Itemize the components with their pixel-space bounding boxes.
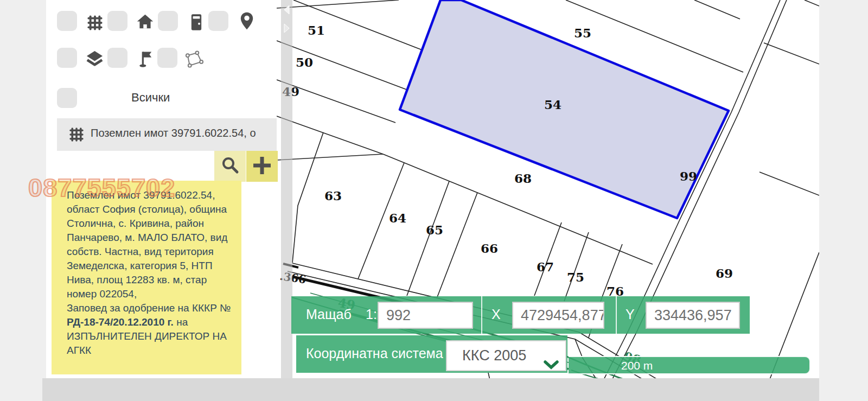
parcel-label: 67 [537, 259, 554, 274]
cadastre-app: 515049555468636465666775766999.3664998 М… [0, 0, 868, 401]
checkbox-entrances[interactable] [158, 11, 178, 31]
crs-select[interactable]: ККС 2005 [446, 340, 566, 371]
y-label: Y [626, 307, 635, 322]
search-button[interactable] [214, 151, 246, 182]
parcel-label: 63 [324, 188, 342, 203]
collapse-left-icon[interactable] [282, 4, 291, 15]
plus-icon [251, 155, 273, 176]
bottom-bar [42, 378, 819, 401]
checkbox-layers[interactable] [57, 48, 77, 68]
home-icon [136, 12, 154, 30]
magnifier-icon [220, 155, 240, 176]
layers-icon [85, 49, 104, 68]
parcel-label: 54 [544, 97, 561, 112]
y-coordinate-input[interactable] [646, 302, 740, 329]
expand-right-icon[interactable] [282, 23, 291, 34]
search-result-item[interactable]: Поземлен имот 39791.6022.54, о [57, 118, 277, 151]
checkbox-all[interactable] [57, 88, 77, 108]
door-icon [190, 14, 202, 31]
checkbox-points[interactable] [107, 48, 127, 68]
parcel-label: 66 [481, 241, 498, 256]
grid-icon [87, 14, 103, 31]
checkbox-buildings[interactable] [107, 11, 127, 31]
watermark-phone: 0877555702 [28, 173, 175, 202]
parcel-label: 99 [680, 169, 697, 183]
all-checkbox-label: Всички [131, 91, 170, 105]
parcel-label: 50 [296, 55, 313, 69]
chevron-down-icon [544, 360, 559, 370]
checkbox-zones[interactable] [157, 48, 177, 68]
parcel-label: 51 [308, 23, 325, 37]
parcel-order: Заповед за одобрение на КККР № РД-18-74/… [67, 301, 232, 358]
divider [481, 296, 482, 334]
divider [616, 296, 617, 334]
result-label: Поземлен имот 39791.6022.54, о [91, 127, 256, 139]
checkbox-addresses[interactable] [208, 11, 228, 31]
polygon-icon [184, 50, 205, 69]
parcel-label: 64 [389, 211, 406, 225]
x-label: X [492, 307, 501, 322]
parcel-label: 75 [567, 270, 584, 284]
order-number: РД-18-74/20.12.2010 г. [67, 316, 174, 328]
selected-parcel-54[interactable] [400, 0, 729, 218]
x-coordinate-input[interactable] [512, 302, 604, 329]
checkbox-parcels[interactable] [57, 11, 77, 31]
parcel-label: 68 [514, 171, 532, 186]
scale-ratio-prefix: 1: [366, 307, 377, 322]
parcel-description: Поземлен имот 39791.6022.54, област Софи… [67, 188, 232, 301]
grid-icon [69, 126, 84, 143]
flag-icon [138, 49, 153, 68]
add-button[interactable] [246, 151, 278, 182]
scalebar-label: 200 m [621, 359, 653, 372]
parcel-label: 65 [426, 222, 443, 237]
map-scalebar: 200 m [569, 356, 810, 374]
crs-value: ККС 2005 [462, 347, 526, 364]
location-pin-icon [239, 11, 254, 31]
parcel-label: 55 [574, 26, 591, 40]
panel-collapse-strip [281, 0, 292, 378]
parcel-label: 69 [716, 266, 733, 281]
crs-label: Координатна система [306, 346, 443, 361]
scale-input[interactable] [378, 302, 473, 329]
parcel-info-box: Поземлен имот 39791.6022.54, област Софи… [52, 181, 241, 374]
scale-label: Мащаб [306, 307, 352, 322]
statusbar-scale-coords: Мащаб 1: X Y [291, 296, 750, 334]
